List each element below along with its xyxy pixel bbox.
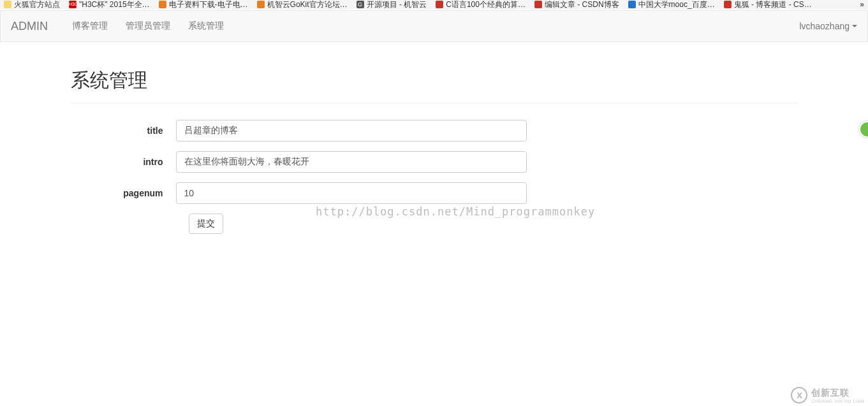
intro-label: intro [71,157,176,167]
floating-badge-icon[interactable] [859,121,868,138]
bookmark-item[interactable]: 机智云GoKit官方论坛… [257,0,348,9]
bookmark-label: 电子资料下载-电子电… [169,0,248,9]
navbar: ADMIN 博客管理 管理员管理 系统管理 lvchaozhang [0,10,868,42]
title-input[interactable] [176,120,527,141]
form-group-title: title [71,120,798,141]
form-group-intro: intro [71,151,798,173]
navbar-nav: 博客管理 管理员管理 系统管理 [63,20,233,32]
bookmark-label: C语言100个经典的算… [446,0,526,9]
bookmark-overflow-button[interactable]: » [860,0,864,9]
bookmark-item[interactable]: 鬼狐 - 博客频道 - CS… [724,0,812,9]
nav-item-system[interactable]: 系统管理 [179,20,233,32]
bookmark-item[interactable]: H3C "H3C杯" 2015年全… [69,0,150,9]
title-label: title [71,126,176,136]
pagenum-input[interactable] [176,182,527,204]
csdn-icon [724,1,732,8]
bookmark-item[interactable]: 电子资料下载-电子电… [159,0,248,9]
submit-button[interactable]: 提交 [189,214,223,234]
site-icon [628,1,636,8]
bookmark-label: "H3C杯" 2015年全… [79,0,150,9]
intro-input[interactable] [176,151,527,173]
site-icon: G [357,1,364,8]
site-icon [159,1,166,8]
logo-text-wrap: 创新互联 CHUANG XIN HU LIAN [811,388,864,403]
page-title: 系统管理 [71,68,798,103]
csdn-icon [436,1,443,8]
bookmark-item[interactable]: 编辑文章 - CSDN博客 [534,0,619,9]
bookmark-label: 中国大学mooc_百度… [638,0,715,9]
site-icon [257,1,265,8]
footer-logo: X 创新互联 CHUANG XIN HU LIAN [791,387,864,403]
h3c-icon: H3C [69,1,77,8]
bookmark-bar: 火狐官方站点 H3C "H3C杯" 2015年全… 电子资料下载-电子电… 机智… [0,0,868,9]
bookmark-label: 开源项目 - 机智云 [367,0,427,9]
settings-form: title intro pagenum 提交 [71,120,798,234]
user-menu[interactable]: lvchaozhang [799,21,857,31]
nav-item-blog[interactable]: 博客管理 [63,20,117,32]
navbar-brand[interactable]: ADMIN [11,20,48,33]
user-name: lvchaozhang [799,21,850,31]
form-group-pagenum: pagenum [71,182,798,204]
folder-icon [4,1,11,8]
logo-text-cn: 创新互联 [811,388,864,399]
nav-item-admin[interactable]: 管理员管理 [117,20,179,32]
logo-mark-icon: X [791,387,807,403]
bookmark-item[interactable]: C语言100个经典的算… [436,0,526,9]
caret-down-icon [852,25,857,27]
bookmark-label: 编辑文章 - CSDN博客 [545,0,619,9]
logo-text-en: CHUANG XIN HU LIAN [811,399,864,403]
bookmark-item[interactable]: 火狐官方站点 [4,0,60,9]
bookmark-label: 火狐官方站点 [14,0,60,9]
csdn-icon [534,1,542,8]
bookmark-label: 鬼狐 - 博客频道 - CS… [734,0,812,9]
pagenum-label: pagenum [71,188,176,198]
bookmark-item[interactable]: G 开源项目 - 机智云 [357,0,427,9]
main-container: 系统管理 title intro pagenum 提交 [71,42,798,234]
bookmark-label: 机智云GoKit官方论坛… [267,0,348,9]
bookmark-item[interactable]: 中国大学mooc_百度… [628,0,715,9]
